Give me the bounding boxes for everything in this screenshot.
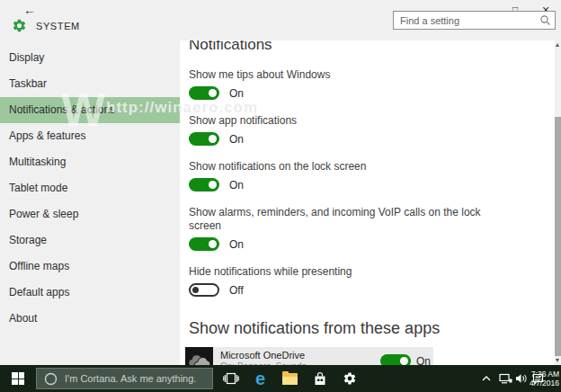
toggle-show-app-notifications[interactable] [189,132,219,146]
toggle-microsoft-onedrive[interactable] [380,354,411,365]
onedrive-clouds-icon [185,347,213,365]
setting-label: Hide notifications while presenting [189,265,505,279]
toggle-show-notifications-on-the-lock-screen[interactable] [189,178,219,192]
apps-list: Microsoft OneDriveOn: Banners, SoundsOn [189,347,555,365]
sidebar-item-apps-features[interactable]: Apps & features [0,123,180,149]
setting-show-alarms-reminders-and-incoming-voip-calls-on-the-lock-screen: Show alarms, reminders, and incoming VoI… [189,206,555,251]
sidebar-item-tablet-mode[interactable]: Tablet mode [0,175,180,201]
search-box [393,11,556,30]
scrollbar-thumb[interactable] [555,117,561,356]
toggle-hide-notifications-while-presenting[interactable] [189,283,219,297]
toggle-state-label: Off [229,284,244,297]
toggle-show-me-tips-about-windows[interactable] [189,86,219,100]
setting-label: Show me tips about Windows [189,68,505,82]
settings-gear-icon [343,371,357,386]
cortana-search-box[interactable]: I'm Cortana. Ask me anything. [36,368,213,389]
store-icon [313,371,327,387]
apps-section-title: Show notifications from these apps [189,318,555,338]
setting-hide-notifications-while-presenting: Hide notifications while presentingOff [189,265,555,297]
setting-show-app-notifications: Show app notificationsOn [189,114,555,146]
sidebar-item-about[interactable]: About [0,306,180,332]
sidebar-item-notifications-actions[interactable]: Notifications & actions [0,97,180,123]
chevron-up-icon [482,376,491,381]
edge-icon: e [255,370,265,388]
task-view-button[interactable] [216,365,245,392]
file-explorer-icon [282,373,298,385]
toggle-row: Off [189,283,555,297]
back-button[interactable]: ← [23,3,36,17]
sidebar-item-display[interactable]: Display [0,45,180,71]
settings-list: Show me tips about WindowsOnShow app not… [189,68,555,297]
scrollbar-down-arrow-icon[interactable] [556,359,559,362]
search-input[interactable] [394,13,555,30]
app-texts: Microsoft OneDriveOn: Banners, Sounds [220,350,380,365]
app-name: Microsoft OneDrive [220,350,380,361]
section-title: Notifications [189,40,555,54]
clock-time: 7:36 AM [518,370,559,379]
edge-button[interactable]: e [245,365,275,392]
sidebar-item-taskbar[interactable]: Taskbar [0,71,180,97]
start-button[interactable] [0,365,36,392]
window-header: SYSTEM [0,20,561,40]
desktop-screen: ← – □ ✕ SYSTEM DisplayTaskbarNotificatio… [0,0,561,392]
clock-date: 4/7/2016 [518,379,559,388]
cortana-placeholder: I'm Cortana. Ask me anything. [65,373,196,384]
toggle-state-label: On [229,238,244,251]
tray-network-button[interactable] [497,365,513,392]
setting-show-notifications-on-the-lock-screen: Show notifications on the lock screenOn [189,160,555,192]
task-view-icon [223,371,239,386]
scrollbar[interactable] [555,40,561,365]
tray-clock[interactable]: 7:36 AM 4/7/2016 [518,365,559,392]
scrollbar-up-arrow-icon[interactable] [556,43,559,47]
magnifier-icon[interactable] [539,14,551,26]
cortana-circle-icon [44,372,58,386]
page-title: SYSTEM [36,21,80,31]
toggle-row: On [189,237,555,251]
sidebar-item-multitasking[interactable]: Multitasking [0,149,180,175]
toggle-state-label: On [229,179,244,192]
gear-icon [12,18,27,33]
store-button[interactable] [305,365,334,392]
toggle-state-label: On [229,87,244,100]
toggle-row: On [189,86,555,100]
app-row-microsoft-onedrive[interactable]: Microsoft OneDriveOn: Banners, SoundsOn [185,347,433,365]
taskbar: I'm Cortana. Ask me anything. e [0,365,561,392]
setting-label: Show alarms, reminders, and incoming VoI… [189,206,505,233]
setting-label: Show notifications on the lock screen [189,160,505,174]
setting-label: Show app notifications [189,114,505,128]
toggle-row: On [189,178,555,192]
sidebar-item-power-sleep[interactable]: Power & sleep [0,201,180,227]
file-explorer-button[interactable] [275,365,305,392]
setting-show-me-tips-about-windows: Show me tips about WindowsOn [189,68,555,100]
toggle-state-label: On [229,133,244,146]
tray-chevron-button[interactable] [479,365,494,392]
toggle-show-alarms-reminders-and-incoming-voip-calls-on-the-lock-screen[interactable] [189,237,219,251]
sidebar-item-storage[interactable]: Storage [0,227,180,254]
toggle-state-label: On [416,355,431,366]
network-icon [499,373,512,385]
settings-sidebar: DisplayTaskbarNotifications & actionsApp… [0,40,180,365]
settings-content: Notifications Show me tips about Windows… [180,40,555,365]
windows-logo-icon [12,372,24,385]
settings-button[interactable] [334,365,364,392]
sidebar-item-offline-maps[interactable]: Offline maps [0,254,180,280]
toggle-row: On [189,132,555,146]
sidebar-item-default-apps[interactable]: Default apps [0,280,180,306]
